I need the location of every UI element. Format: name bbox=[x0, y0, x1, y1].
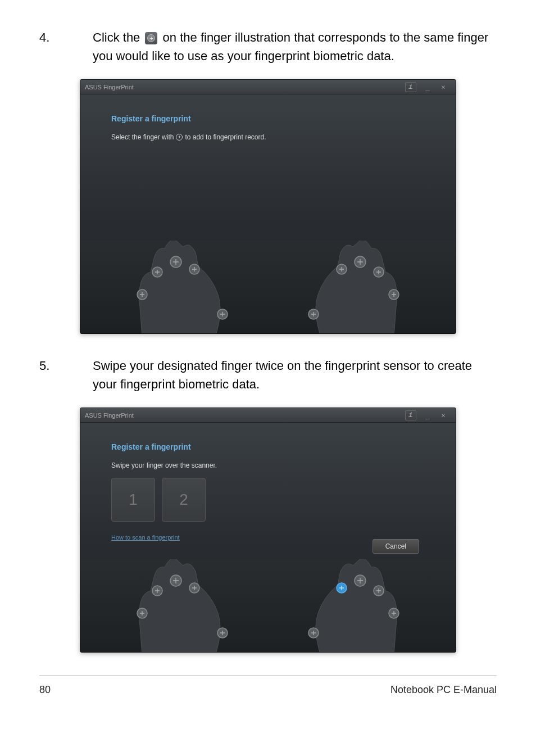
plus-icon: + bbox=[145, 32, 157, 44]
close-button[interactable]: × bbox=[435, 411, 451, 419]
finger-target-pinky[interactable] bbox=[137, 608, 147, 618]
finger-target-middle[interactable] bbox=[170, 256, 181, 268]
finger-target-ring[interactable] bbox=[152, 586, 162, 596]
window-title: ASUS FingerPrint bbox=[85, 84, 405, 90]
hands-illustration bbox=[80, 559, 456, 652]
finger-target-thumb[interactable] bbox=[308, 309, 319, 319]
dialog-heading: Register a fingerprint bbox=[111, 114, 425, 123]
step-text: Click the + on the finger illustration t… bbox=[93, 28, 497, 65]
app-window-select-finger: ASUS FingerPrint i _ × Register a finger… bbox=[80, 79, 456, 334]
close-button[interactable]: × bbox=[435, 83, 451, 91]
finger-target-thumb[interactable] bbox=[217, 309, 228, 319]
right-hand bbox=[290, 241, 425, 333]
finger-target-ring[interactable] bbox=[374, 267, 384, 277]
finger-target-pinky[interactable] bbox=[389, 289, 399, 300]
finger-target-index-active[interactable] bbox=[337, 583, 347, 593]
finger-target-index[interactable] bbox=[189, 583, 199, 593]
left-hand bbox=[111, 241, 246, 333]
minimize-button[interactable]: _ bbox=[420, 83, 435, 91]
step-text: Swipe your designated finger twice on th… bbox=[93, 356, 497, 393]
step-4: 4. Click the + on the finger illustratio… bbox=[39, 28, 497, 65]
app-body: Register a fingerprint Swipe your finger… bbox=[80, 423, 456, 559]
finger-target-pinky[interactable] bbox=[389, 608, 399, 618]
app-window-swipe-finger: ASUS FingerPrint i _ × Register a finger… bbox=[80, 408, 456, 653]
app-body: Register a fingerprint Select the finger… bbox=[80, 94, 456, 241]
info-button[interactable]: i bbox=[405, 82, 416, 92]
finger-target-index[interactable] bbox=[189, 264, 199, 274]
finger-target-pinky[interactable] bbox=[137, 289, 147, 300]
window-title: ASUS FingerPrint bbox=[85, 412, 405, 419]
step-number: 5. bbox=[39, 356, 93, 393]
dialog-instruction: Swipe your finger over the scanner. bbox=[111, 461, 425, 469]
hands-illustration bbox=[80, 241, 456, 333]
help-link[interactable]: How to scan a fingerprint bbox=[111, 534, 180, 541]
finger-target-middle[interactable] bbox=[355, 575, 366, 586]
right-hand bbox=[290, 559, 425, 652]
page-footer: 80 Notebook PC E-Manual bbox=[39, 675, 497, 696]
swipe-attempt-2: 2 bbox=[162, 478, 206, 522]
minimize-button[interactable]: _ bbox=[420, 411, 435, 419]
step-5: 5. Swipe your designated finger twice on… bbox=[39, 356, 497, 393]
titlebar: ASUS FingerPrint i _ × bbox=[80, 80, 456, 94]
finger-target-index[interactable] bbox=[337, 264, 347, 274]
dialog-heading: Register a fingerprint bbox=[111, 442, 425, 451]
plus-icon: + bbox=[176, 134, 183, 141]
page-number: 80 bbox=[39, 684, 51, 696]
instruction-pre: Select the finger with bbox=[111, 133, 174, 141]
finger-target-thumb[interactable] bbox=[217, 628, 228, 638]
finger-target-thumb[interactable] bbox=[308, 628, 319, 638]
finger-target-middle[interactable] bbox=[355, 256, 366, 268]
instruction-post: to add to fingerprint record. bbox=[185, 133, 266, 141]
dialog-instruction: Select the finger with + to add to finge… bbox=[111, 133, 425, 141]
doc-title: Notebook PC E-Manual bbox=[390, 684, 497, 696]
step-number: 4. bbox=[39, 28, 93, 65]
finger-target-middle[interactable] bbox=[170, 575, 181, 586]
swipe-attempt-1: 1 bbox=[111, 478, 155, 522]
swipe-indicator-row: 1 2 bbox=[111, 478, 425, 522]
titlebar: ASUS FingerPrint i _ × bbox=[80, 408, 456, 423]
cancel-button[interactable]: Cancel bbox=[373, 539, 419, 554]
info-button[interactable]: i bbox=[405, 410, 416, 420]
left-hand bbox=[111, 559, 246, 652]
text-pre: Click the bbox=[93, 30, 140, 44]
finger-target-ring[interactable] bbox=[152, 267, 162, 277]
finger-target-ring[interactable] bbox=[374, 586, 384, 596]
